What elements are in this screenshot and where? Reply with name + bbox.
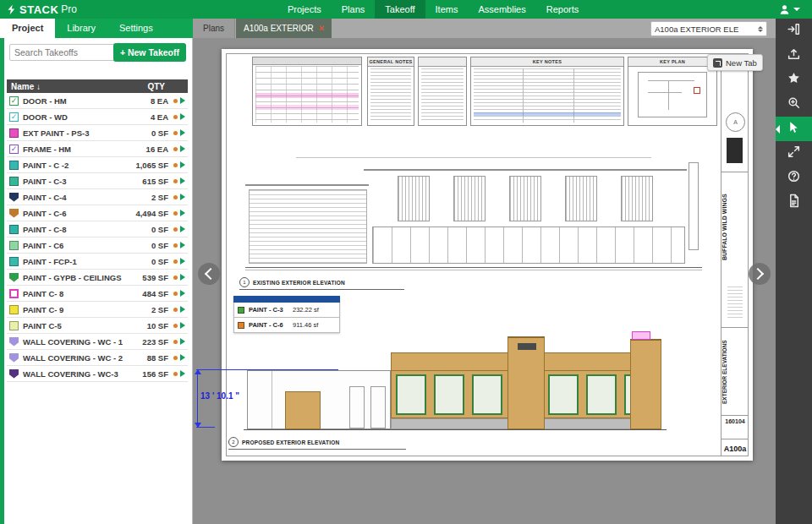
pdf-tool-button[interactable] [776,190,812,215]
tab-active-plan[interactable]: A100a EXTERIOR × [236,19,332,38]
takeoff-expand-arrow-icon[interactable] [180,370,185,377]
takeoff-status-dot-icon [173,292,178,296]
nav-item[interactable]: Takeoff [375,0,425,19]
takeoff-status-dot-icon [173,115,178,119]
takeoff-expand-arrow-icon[interactable] [180,354,185,361]
takeoff-expand-arrow-icon[interactable] [180,306,185,313]
sidebar-tab[interactable]: Settings [107,19,165,38]
dock-right-tool-button[interactable] [776,19,812,43]
pointer-tool-button[interactable] [776,117,812,141]
dimension-line-horizontal[interactable] [196,369,338,370]
seal-stamp-icon [727,138,743,163]
table-row[interactable]: ✓ FRAME - HM 16 EA [7,141,188,157]
new-tab-button[interactable]: New Tab [707,54,763,71]
table-row[interactable]: ✓ DOOR - HM 8 EA [7,93,188,109]
plan-sheet[interactable]: GENERAL NOTES KEY NOTES KEY PLAN [222,49,753,461]
takeoff-expand-arrow-icon[interactable] [180,194,185,200]
trellis-shape [509,176,541,221]
trellis-shape [453,176,486,221]
takeoff-color-icon: ✓ [9,145,19,154]
qty-column-header[interactable]: QTY [147,82,184,91]
panel-title: KEY PLAN [628,57,716,67]
project-number: 160104 [721,418,749,424]
expand-tool-button[interactable] [776,141,812,166]
paint-swatch-icon [238,307,244,314]
takeoff-expand-arrow-icon[interactable] [180,226,185,232]
plan-canvas[interactable]: GENERAL NOTES KEY NOTES KEY PLAN [193,38,776,524]
takeoff-expand-arrow-icon[interactable] [180,274,185,281]
takeoff-name: WALL COVERING - WC-3 [23,369,142,379]
table-row[interactable]: PAINT C-5 10 SF [7,318,188,334]
table-row[interactable]: PAINT - C-6 4,494 SF [7,205,188,221]
top-nav: STACK Pro ProjectsPlansTakeoffItemsAssem… [0,0,812,19]
close-tab-icon[interactable]: × [319,19,324,38]
takeoff-name: PAINT C- 9 [23,305,151,314]
chevron-left-icon [205,268,217,280]
sheet-select-dropdown[interactable]: A100a EXTERIOR ELE [650,21,767,36]
key-plan-drawing [631,68,714,123]
table-row[interactable]: WALL COVERING - WC - 2 88 SF [7,350,188,366]
nav-item[interactable]: Assemblies [468,0,535,19]
takeoff-status-dot-icon [173,211,178,216]
takeoff-expand-arrow-icon[interactable] [180,290,185,297]
upload-tool-button[interactable] [776,43,812,68]
sidebar-tab[interactable]: Library [55,19,107,38]
nav-item[interactable]: Projects [277,0,332,19]
table-row[interactable]: PAINT C- 9 2 SF [7,302,188,318]
next-sheet-button[interactable] [749,263,771,285]
previous-sheet-button[interactable] [198,263,220,285]
user-menu[interactable] [778,0,800,19]
takeoff-expand-arrow-icon[interactable] [180,129,185,136]
takeoff-expand-arrow-icon[interactable] [180,113,185,120]
door-shape [349,386,365,428]
siding-shape [249,189,367,264]
takeoff-qty: 539 SF [142,273,168,282]
takeoff-expand-arrow-icon[interactable] [180,97,185,104]
takeoff-expand-arrow-icon[interactable] [180,161,185,168]
takeoff-name: PAINT - C-6 [23,209,135,218]
new-takeoff-button[interactable]: + New Takeoff [113,43,186,62]
takeoff-status-dot-icon [173,195,178,199]
nav-item[interactable]: Plans [332,0,376,19]
tab-plans[interactable]: Plans [193,19,235,38]
zoom-tool-button[interactable] [776,92,812,117]
takeoff-expand-arrow-icon[interactable] [180,242,185,248]
table-row[interactable]: EXT PAINT - PS-3 0 SF [7,125,188,141]
help-tool-button[interactable] [776,166,812,190]
table-row[interactable]: WALL COVERING - WC-3 156 SF [7,366,188,382]
sheet-title: EXTERIOR ELEVATIONS [721,332,749,412]
takeoff-color-icon [9,337,19,347]
table-row[interactable]: PAINT C- 8 484 SF [7,286,188,302]
table-row[interactable]: PAINT - C-8 0 SF [7,221,188,237]
expand-icon [787,145,801,162]
table-row[interactable]: PAINT - C-4 2 SF [7,189,188,205]
sidebar-tab[interactable]: Project [0,19,55,38]
elevation-2-label: 2 PROPOSED EXTERIOR ELEVATION [228,437,406,450]
takeoff-expand-arrow-icon[interactable] [180,210,185,216]
star-tool-button[interactable] [776,68,812,92]
table-row[interactable]: PAINT - C6 0 SF [7,237,188,254]
user-avatar-icon [778,3,791,16]
takeoff-status-dot-icon [173,259,178,264]
table-row[interactable]: PAINT - GYPB - CEILINGS 539 SF [7,270,188,286]
search-input[interactable] [9,44,128,61]
takeoff-expand-arrow-icon[interactable] [180,177,185,184]
app-logo[interactable]: STACK Pro [6,0,77,19]
table-row[interactable]: ✓ DOOR - WD 4 EA [7,109,188,125]
table-row[interactable]: PAINT - FCP-1 0 SF [7,254,188,270]
nav-item[interactable]: Items [425,0,469,19]
table-row[interactable]: WALL COVERING - WC - 1 223 SF [7,334,188,350]
takeoff-expand-arrow-icon[interactable] [180,338,185,345]
stack-logo-icon [6,4,17,15]
window-shape [472,374,502,415]
table-row[interactable]: PAINT - C-3 615 SF [7,173,188,189]
takeoff-expand-arrow-icon[interactable] [180,322,185,329]
table-row[interactable]: PAINT - C -2 1,065 SF [7,157,188,173]
takeoff-expand-arrow-icon[interactable] [180,258,185,265]
dimension-line-vertical[interactable] [197,369,198,427]
nav-item[interactable]: Reports [536,0,590,19]
dock-right-icon [787,22,801,40]
takeoff-expand-arrow-icon[interactable] [180,145,185,152]
title-block: A BUFFALO WILD WINGS EXTERIOR ELEVATIONS… [721,53,749,456]
name-column-header[interactable]: Name ↓ [11,82,147,91]
